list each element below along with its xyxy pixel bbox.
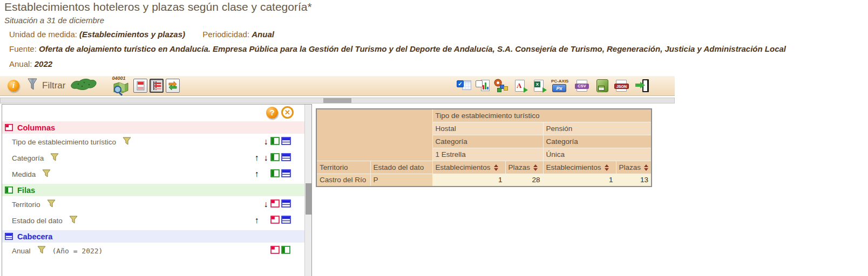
move-to-cabecera-icon[interactable]	[281, 169, 292, 180]
chart-checkbox-unchecked-icon[interactable]	[476, 80, 483, 87]
pdf-download-arrow-icon	[524, 87, 528, 93]
sort-icon[interactable]	[644, 164, 648, 171]
column-header-plazas[interactable]: Plazas	[505, 161, 543, 174]
year-line: Anual: 2022	[9, 59, 52, 68]
sort-icon[interactable]	[533, 164, 538, 171]
move-to-cabecera-icon[interactable]	[281, 153, 292, 163]
dimension-label: Tipo de establecimiento turístico	[12, 138, 116, 146]
help-icon[interactable]: ?	[266, 107, 278, 119]
move-up-arrow[interactable]: ↑	[252, 216, 261, 225]
territory-cell: Castro del Río	[316, 174, 370, 187]
value-cell: 13	[616, 174, 652, 187]
csv-badge: CSV	[575, 84, 589, 89]
exit-door-icon[interactable]	[635, 79, 649, 93]
move-up-arrow[interactable]: ↑	[252, 153, 261, 163]
filter-icon[interactable]	[37, 246, 46, 256]
horizontal-scrollbar[interactable]	[0, 98, 675, 104]
group-header-pension: Pensión	[543, 122, 652, 135]
column-header-establecimientos[interactable]: Establecimientos	[432, 161, 505, 174]
dimension-label: Estado del dato	[12, 217, 63, 225]
dimension-tipo-establecimiento[interactable]: Tipo de establecimiento turístico ↓	[2, 134, 311, 150]
export-pdf-icon[interactable]: A	[513, 79, 528, 93]
move-to-columnas-icon[interactable]	[270, 199, 281, 210]
calc-grid-icon	[598, 86, 605, 91]
column-header-establecimientos[interactable]: Establecimientos	[543, 161, 616, 174]
move-to-filas-icon[interactable]	[270, 137, 281, 147]
horizontal-scrollbar-thumb[interactable]	[323, 98, 351, 103]
filter-icon[interactable]	[50, 153, 59, 163]
excel-letter-glyph: X	[534, 81, 540, 87]
dimension-label: Categoría	[12, 154, 44, 162]
toolbar-export-group: ✓ A X	[457, 76, 649, 95]
dimension-anual[interactable]: Anual (Año = 2022)	[2, 243, 311, 259]
pdf-letter-glyph: A	[517, 81, 521, 90]
andalucia-map-icon[interactable]	[70, 77, 98, 94]
move-to-filas-icon[interactable]	[270, 153, 281, 163]
panel-vertical-scrollbar[interactable]	[304, 105, 311, 276]
column-label: Plazas	[619, 163, 641, 171]
dimension-medida[interactable]: Medida ↑	[2, 166, 311, 182]
move-up-arrow[interactable]: ↑	[252, 169, 261, 179]
move-down-arrow[interactable]: ↓	[261, 199, 270, 209]
column-label: Plazas	[508, 163, 531, 171]
panel-top-bar: ? ✕	[2, 105, 311, 121]
sort-icon[interactable]	[494, 164, 498, 171]
move-to-cabecera-icon[interactable]	[281, 137, 292, 147]
unit-periodicity-line: Unidad de medida: (Establecimientos y pl…	[9, 30, 274, 39]
info-icon[interactable]: i	[8, 80, 19, 92]
show-table-toggle-icon[interactable]: ✓	[457, 79, 471, 93]
sort-icon[interactable]	[605, 164, 609, 171]
move-to-filas-icon[interactable]	[270, 169, 281, 180]
section-columnas-label: Columnas	[17, 123, 55, 132]
dimension-label: Anual	[12, 247, 31, 255]
toggle-columns-view-button[interactable]	[133, 79, 147, 93]
move-down-arrow[interactable]: ↓	[261, 153, 270, 163]
move-to-columnas-icon[interactable]	[270, 246, 281, 256]
close-icon[interactable]: ✕	[281, 106, 294, 119]
filter-icon[interactable]	[69, 216, 78, 226]
category-dim-header: Categoría	[543, 135, 652, 148]
move-to-cabecera-icon[interactable]	[281, 199, 292, 210]
swap-axes-button[interactable]	[166, 79, 180, 93]
show-chart-toggle-icon[interactable]	[476, 79, 490, 93]
filter-icon[interactable]	[42, 169, 51, 180]
move-to-columnas-icon[interactable]	[270, 216, 281, 226]
export-json-icon[interactable]: JSON	[614, 79, 630, 93]
data-table: Tipo de establecimiento turístico Hostal…	[316, 108, 652, 187]
filter-icon[interactable]	[123, 137, 131, 147]
export-pcaxis-icon[interactable]: PC-AXIS Px	[551, 79, 571, 93]
value-cell: 28	[505, 174, 543, 187]
export-excel-icon[interactable]: X	[532, 79, 547, 93]
export-csv-icon[interactable]: CSV	[575, 79, 591, 93]
value-cell: 1	[432, 174, 505, 187]
move-to-cabecera-icon[interactable]	[281, 216, 292, 226]
dimension-categoria[interactable]: Categoría ↑ ↓	[2, 150, 311, 166]
pyramid-chart-icon[interactable]	[494, 79, 509, 93]
move-to-filas-icon[interactable]	[281, 246, 292, 256]
filter-funnel-icon[interactable]	[27, 78, 38, 93]
dimension-territorio[interactable]: Territorio ↓	[2, 196, 311, 212]
column-header-estado: Estado del dato	[370, 161, 432, 174]
year-value: 2022	[35, 59, 52, 68]
table-checkbox-checked-icon[interactable]: ✓	[457, 80, 464, 87]
json-badge: JSON	[614, 84, 629, 89]
move-down-arrow[interactable]: ↓	[261, 137, 270, 147]
source-line: Fuente: Oferta de alojamiento turístico …	[9, 44, 786, 53]
pcaxis-px-badge: Px	[552, 84, 566, 92]
territory-map-selector-icon[interactable]: 04001	[112, 77, 130, 95]
filter-label[interactable]: Filtrar	[42, 80, 65, 91]
unit-label: Unidad de medida:	[9, 30, 77, 39]
export-calc-icon[interactable]	[595, 79, 610, 93]
category-dim-header: Categoría	[432, 135, 543, 148]
toggle-axes-view-button[interactable]	[150, 79, 164, 93]
column-header-plazas[interactable]: Plazas	[616, 161, 652, 174]
dimension-label: Medida	[12, 170, 36, 178]
columns-icon	[5, 124, 13, 131]
dimension-estado-del-dato[interactable]: Estado del dato ↑	[2, 212, 311, 229]
periodicity-value: Anual	[252, 30, 274, 39]
filter-icon[interactable]	[47, 199, 56, 210]
source-label: Fuente:	[9, 44, 37, 53]
value-cell: 1	[543, 174, 616, 187]
table-column-header-row: Territorio Estado del dato Establecimien…	[316, 161, 652, 174]
panel-vertical-scrollbar-thumb[interactable]	[306, 183, 311, 215]
